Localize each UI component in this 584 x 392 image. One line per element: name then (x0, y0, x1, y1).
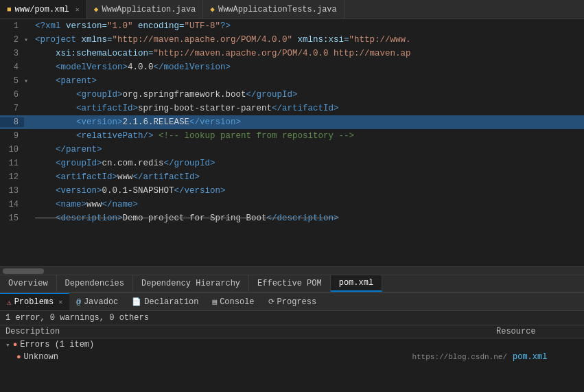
line-content-10: </parent> (34, 145, 584, 154)
line-3: 3 xsi:schemaLocation="http://maven.apach… (0, 47, 584, 60)
project-open: <project (35, 35, 82, 45)
horizontal-scrollbar[interactable] (0, 266, 584, 275)
progress-tab-label: Progress (277, 297, 317, 307)
problems-icon: ⚠ (7, 298, 12, 307)
declaration-tab-label: Declaration (144, 297, 198, 307)
xml-version-attr: version= (66, 21, 107, 31)
problems-summary-text: 1 error, 0 warnings, 0 others (5, 313, 149, 323)
line-num-1: 1 (0, 21, 24, 31)
line-num-9: 9 (0, 131, 24, 141)
pom-tab-deph-label: Dependency Hierarchy (141, 279, 240, 288)
expand-errors-icon: ▾ (5, 341, 10, 349)
tab-pom-xml[interactable]: ■ www/pom.xml ✕ (0, 0, 87, 19)
line-content-13: <version>0.0.1-SNAPSHOT</version> (34, 186, 584, 196)
problems-tab-console[interactable]: ▤ Console (206, 293, 261, 310)
xmlns-xsi-val: "http://www. (349, 35, 411, 45)
line-num-4: 4 (0, 62, 24, 72)
line-1: 1 <?xml version="1.0" encoding="UTF-8"?> (0, 19, 584, 33)
pom-tab-pomxml[interactable]: pom.xml (331, 275, 382, 292)
problems-columns-header: Description Resource (0, 325, 584, 338)
xml-encoding-attr: encoding= (133, 21, 185, 31)
line-num-2: 2 (0, 35, 24, 45)
problems-item-resource: pom.xml (513, 352, 568, 362)
line-num-12: 12 (0, 172, 24, 182)
line-content-9: <relativePath/> <!-- lookup parent from … (34, 131, 584, 141)
problems-summary: 1 error, 0 warnings, 0 others (0, 311, 584, 325)
line-6: 6 <groupId>org.springframework.boot</gro… (0, 88, 584, 102)
line-12: 12 <artifactId>www</artifactId> (0, 170, 584, 184)
col-description-header: Description (5, 327, 496, 336)
line-content-15: <description>Demo project for Spring Boo… (34, 214, 584, 223)
line-container: 1 <?xml version="1.0" encoding="UTF-8"?>… (0, 19, 584, 225)
pom-tab-effective[interactable]: Effective POM (249, 275, 331, 292)
problems-tab-progress[interactable]: ⟳ Progress (261, 293, 324, 310)
col-resource-header: Resource (496, 327, 579, 336)
tab-label-wwwtest: WwwApplicationTests.java (218, 5, 337, 14)
editor-tab-bar: ■ www/pom.xml ✕ ◆ WwwApplication.java ◆ … (0, 0, 584, 19)
line-content-5: <parent> (34, 76, 584, 86)
line-15: 15 <description>Demo project for Spring … (0, 211, 584, 225)
problems-tab-javadoc[interactable]: @ Javadoc (69, 293, 125, 310)
line-content-12: <artifactId>www</artifactId> (34, 172, 584, 182)
xmlns-xsi-attr: xmlns:xsi= (292, 35, 349, 45)
problems-item-label: Unknown (24, 352, 58, 362)
line-num-15: 15 (0, 214, 24, 223)
error-group-icon: ● (13, 341, 18, 349)
xmlns-attr: xmlns= (82, 35, 113, 45)
problems-item-unknown[interactable]: ● Unknown https://blog.csdn.ne/ pom.xml (0, 351, 584, 363)
pom-tab-pomxml-label: pom.xml (339, 278, 373, 288)
line-content-3: xsi:schemaLocation="http://maven.apache.… (34, 49, 584, 58)
line-11: 11 <groupId>cn.com.redis</groupId> (0, 157, 584, 170)
schemaloc-val: "http://maven.apache.org/POM/4.0.0 http:… (154, 49, 411, 58)
xml-encoding-val: "UTF-8" (185, 21, 221, 31)
line-13: 13 <version>0.0.1-SNAPSHOT</version> (0, 184, 584, 198)
pom-tab-deps-label: Dependencies (65, 279, 124, 288)
tab-label-pom: www/pom.xml (15, 5, 69, 14)
console-tab-label: Console (220, 297, 254, 307)
line-content-1: <?xml version="1.0" encoding="UTF-8"?> (34, 21, 584, 31)
console-icon: ▤ (213, 297, 218, 306)
pom-tab-overview[interactable]: Overview (0, 275, 57, 292)
line-num-6: 6 (0, 90, 24, 100)
line-content-11: <groupId>cn.com.redis</groupId> (34, 159, 584, 168)
line-7: 7 <artifactId>spring-boot-starter-parent… (0, 102, 584, 115)
problems-group-errors[interactable]: ▾ ● Errors (1 item) (0, 338, 584, 351)
problems-tab-label: Problems (14, 297, 54, 307)
java-icon-1: ◆ (94, 5, 99, 14)
line-5: 5 ▾ <parent> (0, 74, 584, 88)
line-2: 2 ▾ <project xmlns="http://maven.apache.… (0, 33, 584, 47)
line-content-7: <artifactId>spring-boot-starter-parent</… (34, 104, 584, 113)
xsi-schemaloc: xsi:schemaLocation= (35, 49, 154, 58)
line-content-14: <name>www</name> (34, 200, 584, 209)
pom-tab-eff-label: Effective POM (257, 279, 322, 288)
line-num-3: 3 (0, 49, 24, 58)
pom-tab-dependencies[interactable]: Dependencies (57, 275, 133, 292)
problems-tab-declaration[interactable]: 📄 Declaration (125, 293, 205, 310)
line-9: 9 <relativePath/> <!-- lookup parent fro… (0, 129, 584, 143)
problems-close-icon[interactable]: ✕ (58, 298, 62, 306)
line-10: 10 </parent> (0, 143, 584, 157)
tab-close-pom[interactable]: ✕ (75, 5, 80, 14)
line-content-8: <version>2.1.6.RELEASE</version> (34, 117, 584, 127)
fold-5[interactable]: ▾ (24, 77, 34, 85)
line-8: 8 <version>2.1.6.RELEASE</version> (0, 115, 584, 129)
tab-wwwapplicationtests[interactable]: ◆ WwwApplicationTests.java (203, 0, 344, 19)
pom-tab-dep-hierarchy[interactable]: Dependency Hierarchy (133, 275, 249, 292)
java-icon-2: ◆ (210, 5, 215, 14)
line-num-8: 8 (0, 117, 24, 127)
problems-list: ▾ ● Errors (1 item) ● Unknown https://bl… (0, 338, 584, 392)
problems-tab-problems[interactable]: ⚠ Problems ✕ (0, 293, 69, 310)
code-editor[interactable]: 1 <?xml version="1.0" encoding="UTF-8"?>… (0, 19, 584, 266)
fold-2[interactable]: ▾ (24, 36, 34, 44)
scrollbar-thumb[interactable] (3, 268, 44, 274)
problems-item-url: https://blog.csdn.ne/ (412, 353, 507, 361)
problems-tab-bar: ⚠ Problems ✕ @ Javadoc 📄 Declaration ▤ C… (0, 293, 584, 311)
tab-wwwapplication[interactable]: ◆ WwwApplication.java (87, 0, 203, 19)
progress-icon: ⟳ (268, 297, 275, 306)
pom-tab-overview-label: Overview (8, 279, 48, 288)
declaration-icon: 📄 (132, 297, 141, 306)
line-content-6: <groupId>org.springframework.boot</group… (34, 90, 584, 100)
javadoc-tab-label: Javadoc (84, 297, 118, 307)
line-num-13: 13 (0, 186, 24, 196)
xml-decl-close: ?> (220, 21, 231, 31)
